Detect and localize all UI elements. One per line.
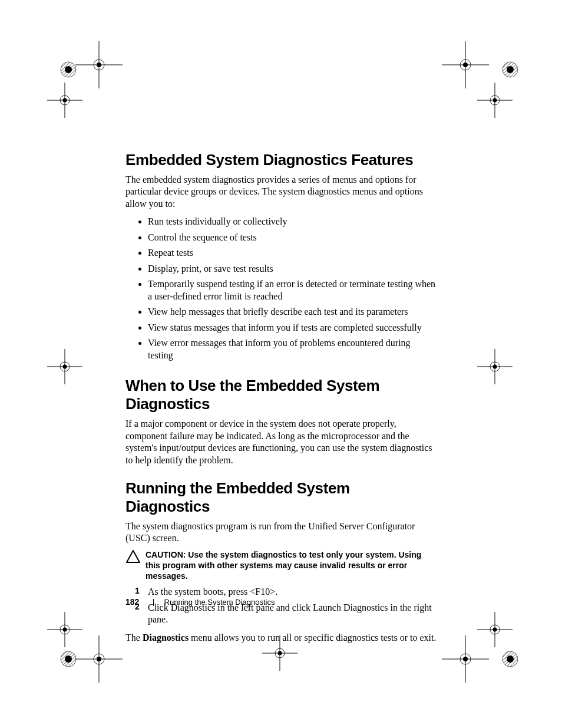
crop-mark-icon: [52, 53, 99, 100]
crop-mark-icon: [442, 41, 489, 88]
list-item: Temporarily suspend testing if an error …: [148, 277, 438, 305]
crop-mark-icon: [494, 643, 541, 690]
page-content: Embedded System Diagnostics Features The…: [125, 151, 438, 648]
list-item: View help messages that briefly describe…: [148, 305, 438, 320]
svg-point-15: [463, 62, 468, 67]
heading-running: Running the Embedded System Diagnostics: [125, 479, 438, 516]
crop-mark-icon: [477, 83, 513, 118]
caution-note: CAUTION: Use the system diagnostics to t…: [125, 549, 438, 582]
heading-features: Embedded System Diagnostics Features: [125, 151, 438, 169]
svg-point-53: [507, 655, 514, 663]
list-item: Run tests individually or collectively: [148, 215, 438, 230]
running-paragraph: The system diagnostics program is run fr…: [125, 521, 438, 545]
list-item: Repeat tests: [148, 246, 438, 261]
svg-point-21: [493, 98, 497, 103]
svg-point-42: [275, 648, 285, 658]
svg-point-39: [97, 657, 101, 661]
svg-point-38: [94, 654, 104, 664]
crop-mark-icon: [442, 635, 489, 683]
list-item: Display, print, or save test results: [148, 262, 438, 277]
svg-point-28: [490, 362, 500, 371]
svg-point-17: [507, 66, 514, 73]
page-number: 182: [125, 597, 139, 607]
svg-point-14: [460, 60, 471, 70]
svg-point-51: [463, 657, 468, 661]
svg-point-11: [63, 98, 67, 103]
crop-mark-icon: [75, 635, 123, 683]
svg-point-2: [61, 62, 76, 77]
crop-mark-icon: [494, 53, 541, 100]
svg-point-50: [460, 654, 471, 664]
svg-point-25: [63, 365, 67, 369]
footer-section-title: Running the System Diagnostics: [164, 598, 275, 607]
crop-mark-icon: [75, 41, 123, 88]
svg-point-43: [278, 651, 282, 655]
svg-point-3: [65, 66, 72, 73]
crop-mark-icon: [477, 349, 513, 384]
svg-point-10: [60, 95, 70, 105]
heading-when: When to Use the Embedded System Diagnost…: [125, 377, 438, 413]
list-item: View status messages that inform you if …: [148, 321, 438, 336]
svg-point-6: [94, 60, 104, 70]
closing-bold: Diagnostics: [143, 633, 189, 643]
svg-point-52: [503, 651, 518, 667]
svg-point-35: [65, 655, 72, 663]
page-footer: 182 Running the System Diagnostics: [125, 597, 275, 607]
crop-mark-icon: [47, 612, 82, 647]
document-page: Embedded System Diagnostics Features The…: [0, 0, 562, 728]
closing-pre: The: [125, 633, 143, 643]
caution-triangle-icon: [125, 549, 141, 564]
steps-list: As the system boots, press <F10>. Click …: [125, 585, 438, 628]
svg-point-32: [60, 625, 70, 634]
svg-point-29: [493, 365, 497, 369]
svg-marker-54: [127, 551, 140, 562]
list-item: View error messages that inform you of p…: [148, 336, 438, 364]
svg-point-33: [63, 628, 67, 632]
svg-point-46: [490, 625, 500, 634]
crop-mark-icon: [47, 83, 82, 118]
closing-paragraph: The Diagnostics menu allows you to run a…: [125, 632, 438, 644]
crop-mark-icon: [52, 643, 99, 690]
footer-divider: [153, 599, 154, 606]
svg-point-47: [493, 628, 497, 632]
crop-mark-icon: [47, 349, 82, 384]
features-list: Run tests individually or collectively C…: [125, 215, 438, 364]
list-item: Control the sequence of tests: [148, 230, 438, 246]
closing-post: menu allows you to run all or specific d…: [189, 633, 436, 643]
svg-point-20: [490, 95, 500, 105]
svg-point-7: [97, 62, 101, 67]
intro-paragraph: The embedded system diagnostics provides…: [125, 174, 438, 210]
crop-mark-icon: [477, 612, 513, 647]
when-paragraph: If a major component or device in the sy…: [125, 418, 438, 466]
svg-point-34: [61, 651, 76, 667]
svg-point-24: [60, 362, 70, 371]
caution-label: CAUTION:: [146, 550, 188, 559]
svg-point-16: [503, 62, 518, 77]
